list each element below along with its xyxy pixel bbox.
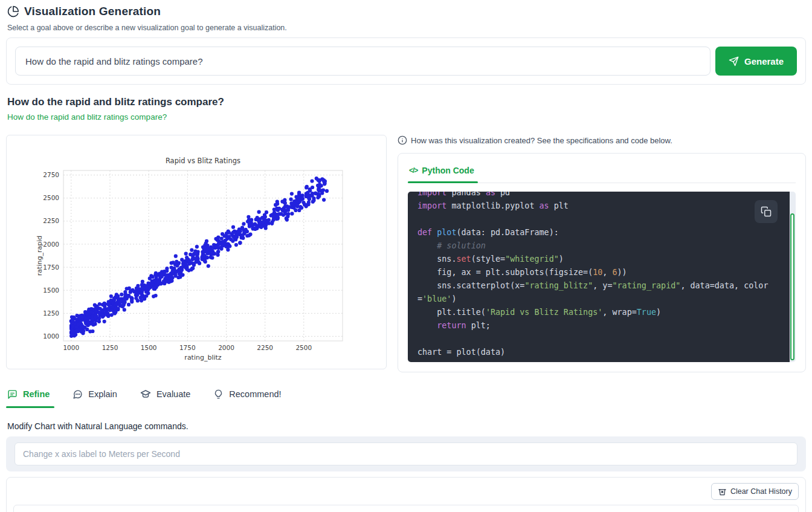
page-header: Visualization Generation [7,5,806,18]
svg-text:Rapid vs Blitz Ratings: Rapid vs Blitz Ratings [166,157,240,165]
tab-python-code-label: Python Code [422,166,474,175]
message-dots-icon [72,389,83,400]
svg-text:2500: 2500 [43,194,59,201]
tab-refine[interactable]: Refine [7,389,50,408]
tab-recommend[interactable]: Recommend! [213,389,281,408]
svg-text:2500: 2500 [295,344,312,351]
chat-history-toolbar: Clear Chat History [13,483,799,500]
svg-text:2250: 2250 [257,344,273,351]
tab-recommend-label: Recommend! [229,389,281,399]
main-row: Rapid vs Blitz Ratings100012501500175020… [6,135,806,372]
tab-explain-label: Explain [88,389,117,399]
pie-chart-icon [7,5,19,18]
svg-text:1750: 1750 [179,344,196,351]
code-scrollbar-track[interactable] [790,192,796,362]
svg-text:1000: 1000 [43,332,59,340]
python-code-card: </> Python Code import pandas as pdimpor… [398,153,806,372]
nl-command-input[interactable] [14,442,798,465]
action-tabs: Refine Explain Evaluate Recommend! [7,389,805,408]
info-icon [398,135,407,145]
goal-link[interactable]: How do the rapid and blitz ratings compa… [7,112,167,122]
tab-evaluate[interactable]: Evaluate [140,389,190,408]
svg-text:rating_rapid: rating_rapid [36,236,44,276]
visualization-generation-page: Visualization Generation Select a goal a… [0,0,812,512]
page-subtitle: Select a goal above or describe a new vi… [7,24,806,32]
svg-text:2750: 2750 [43,171,59,178]
svg-text:1250: 1250 [102,344,118,351]
graduation-cap-icon [140,389,151,400]
tab-python-code[interactable]: </> Python Code [408,162,475,183]
chat-bubble-icon [7,389,18,400]
code-brackets-icon: </> [409,166,417,175]
copy-code-button[interactable] [755,200,778,223]
nl-command-box [6,436,806,471]
code-block: import pandas as pdimport matplotlib.pyp… [408,192,796,362]
send-icon [729,56,739,66]
code-text: import pandas as pdimport matplotlib.pyp… [408,192,790,362]
trash-box-icon [718,487,727,496]
code-viewport: import pandas as pdimport matplotlib.pyp… [408,192,790,362]
page-title: Visualization Generation [24,5,161,18]
tab-evaluate-label: Evaluate [156,389,190,399]
goal-query-panel: Generate [6,37,806,85]
chat-history-message: Change the plot to a scatter plot, where… [13,505,799,512]
modify-instruction: Modify Chart with Natural Language comma… [7,421,806,431]
generate-button[interactable]: Generate [715,47,797,76]
viz-info-row: How was this visualization created? See … [398,135,806,145]
svg-text:1500: 1500 [43,287,59,294]
code-scrollbar-thumb[interactable] [790,213,794,360]
clipboard-icon [761,206,772,217]
code-column: How was this visualization created? See … [398,135,806,372]
svg-text:2000: 2000 [218,344,234,351]
svg-text:1000: 1000 [63,344,79,351]
svg-text:2000: 2000 [43,241,59,248]
goal-query-input[interactable] [15,47,710,76]
svg-text:rating_blitz: rating_blitz [184,354,221,361]
chat-history-panel: Clear Chat History Change the plot to a … [6,477,806,512]
svg-text:1750: 1750 [43,264,59,271]
clear-chat-history-label: Clear Chat History [730,487,792,496]
svg-text:1500: 1500 [141,344,157,351]
clear-chat-history-button[interactable]: Clear Chat History [711,483,799,500]
tab-explain[interactable]: Explain [72,389,117,408]
viz-info-text: How was this visualization created? See … [411,136,672,145]
tab-refine-label: Refine [23,389,50,399]
svg-text:1250: 1250 [43,309,59,317]
svg-text:2250: 2250 [43,217,59,224]
code-tab-bar: </> Python Code [408,162,796,183]
chart-card: Rapid vs Blitz Ratings100012501500175020… [6,135,387,369]
goal-heading: How do the rapid and blitz ratings compa… [7,96,806,108]
scatter-chart: Rapid vs Blitz Ratings100012501500175020… [7,135,386,368]
generate-button-label: Generate [744,56,784,66]
lightbulb-icon [213,389,224,400]
